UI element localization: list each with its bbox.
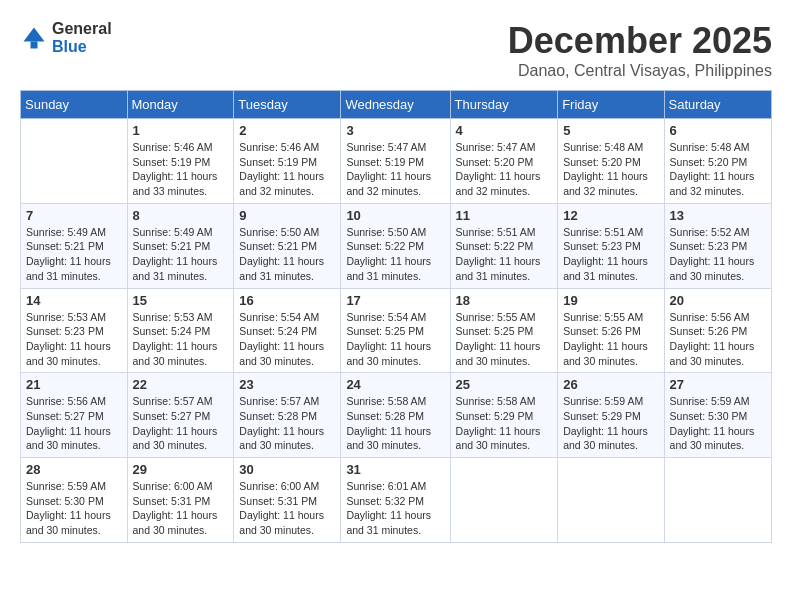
week-row-2: 7Sunrise: 5:49 AM Sunset: 5:21 PM Daylig… [21,203,772,288]
day-number: 6 [670,123,766,138]
day-info: Sunrise: 5:49 AM Sunset: 5:21 PM Dayligh… [26,225,122,284]
header-cell-wednesday: Wednesday [341,91,450,119]
day-cell: 30Sunrise: 6:00 AM Sunset: 5:31 PM Dayli… [234,458,341,543]
day-cell [558,458,664,543]
day-info: Sunrise: 5:57 AM Sunset: 5:27 PM Dayligh… [133,394,229,453]
day-number: 11 [456,208,553,223]
day-cell: 13Sunrise: 5:52 AM Sunset: 5:23 PM Dayli… [664,203,771,288]
day-number: 13 [670,208,766,223]
day-cell: 1Sunrise: 5:46 AM Sunset: 5:19 PM Daylig… [127,119,234,204]
day-number: 24 [346,377,444,392]
day-cell: 24Sunrise: 5:58 AM Sunset: 5:28 PM Dayli… [341,373,450,458]
day-number: 29 [133,462,229,477]
week-row-4: 21Sunrise: 5:56 AM Sunset: 5:27 PM Dayli… [21,373,772,458]
day-cell: 27Sunrise: 5:59 AM Sunset: 5:30 PM Dayli… [664,373,771,458]
day-info: Sunrise: 5:55 AM Sunset: 5:25 PM Dayligh… [456,310,553,369]
day-info: Sunrise: 6:00 AM Sunset: 5:31 PM Dayligh… [239,479,335,538]
day-number: 14 [26,293,122,308]
day-number: 17 [346,293,444,308]
logo: General Blue [20,20,112,55]
day-cell: 20Sunrise: 5:56 AM Sunset: 5:26 PM Dayli… [664,288,771,373]
day-cell: 2Sunrise: 5:46 AM Sunset: 5:19 PM Daylig… [234,119,341,204]
day-number: 8 [133,208,229,223]
day-number: 22 [133,377,229,392]
calendar-body: 1Sunrise: 5:46 AM Sunset: 5:19 PM Daylig… [21,119,772,543]
day-info: Sunrise: 5:59 AM Sunset: 5:30 PM Dayligh… [26,479,122,538]
day-info: Sunrise: 5:46 AM Sunset: 5:19 PM Dayligh… [239,140,335,199]
day-number: 2 [239,123,335,138]
day-number: 20 [670,293,766,308]
day-info: Sunrise: 5:49 AM Sunset: 5:21 PM Dayligh… [133,225,229,284]
day-number: 3 [346,123,444,138]
day-number: 1 [133,123,229,138]
svg-marker-0 [24,27,45,41]
day-cell [21,119,128,204]
logo-blue: Blue [52,38,112,56]
subtitle: Danao, Central Visayas, Philippines [508,62,772,80]
day-cell: 10Sunrise: 5:50 AM Sunset: 5:22 PM Dayli… [341,203,450,288]
header-cell-sunday: Sunday [21,91,128,119]
day-info: Sunrise: 5:52 AM Sunset: 5:23 PM Dayligh… [670,225,766,284]
day-number: 27 [670,377,766,392]
day-info: Sunrise: 5:59 AM Sunset: 5:29 PM Dayligh… [563,394,658,453]
day-number: 7 [26,208,122,223]
day-number: 4 [456,123,553,138]
logo-text: General Blue [52,20,112,55]
svg-rect-1 [31,41,38,48]
day-cell: 18Sunrise: 5:55 AM Sunset: 5:25 PM Dayli… [450,288,558,373]
day-info: Sunrise: 5:50 AM Sunset: 5:22 PM Dayligh… [346,225,444,284]
day-cell: 21Sunrise: 5:56 AM Sunset: 5:27 PM Dayli… [21,373,128,458]
day-cell: 7Sunrise: 5:49 AM Sunset: 5:21 PM Daylig… [21,203,128,288]
day-cell: 5Sunrise: 5:48 AM Sunset: 5:20 PM Daylig… [558,119,664,204]
day-info: Sunrise: 6:01 AM Sunset: 5:32 PM Dayligh… [346,479,444,538]
day-info: Sunrise: 5:51 AM Sunset: 5:23 PM Dayligh… [563,225,658,284]
day-number: 12 [563,208,658,223]
day-cell: 23Sunrise: 5:57 AM Sunset: 5:28 PM Dayli… [234,373,341,458]
day-info: Sunrise: 6:00 AM Sunset: 5:31 PM Dayligh… [133,479,229,538]
day-info: Sunrise: 5:57 AM Sunset: 5:28 PM Dayligh… [239,394,335,453]
day-info: Sunrise: 5:48 AM Sunset: 5:20 PM Dayligh… [670,140,766,199]
day-cell: 11Sunrise: 5:51 AM Sunset: 5:22 PM Dayli… [450,203,558,288]
week-row-3: 14Sunrise: 5:53 AM Sunset: 5:23 PM Dayli… [21,288,772,373]
day-cell: 28Sunrise: 5:59 AM Sunset: 5:30 PM Dayli… [21,458,128,543]
day-cell: 26Sunrise: 5:59 AM Sunset: 5:29 PM Dayli… [558,373,664,458]
day-number: 21 [26,377,122,392]
title-section: December 2025 Danao, Central Visayas, Ph… [508,20,772,80]
day-cell: 31Sunrise: 6:01 AM Sunset: 5:32 PM Dayli… [341,458,450,543]
day-cell: 8Sunrise: 5:49 AM Sunset: 5:21 PM Daylig… [127,203,234,288]
day-info: Sunrise: 5:54 AM Sunset: 5:24 PM Dayligh… [239,310,335,369]
day-number: 25 [456,377,553,392]
day-info: Sunrise: 5:55 AM Sunset: 5:26 PM Dayligh… [563,310,658,369]
header-row: SundayMondayTuesdayWednesdayThursdayFrid… [21,91,772,119]
day-number: 28 [26,462,122,477]
day-info: Sunrise: 5:51 AM Sunset: 5:22 PM Dayligh… [456,225,553,284]
day-info: Sunrise: 5:56 AM Sunset: 5:27 PM Dayligh… [26,394,122,453]
day-number: 15 [133,293,229,308]
header-cell-saturday: Saturday [664,91,771,119]
day-info: Sunrise: 5:54 AM Sunset: 5:25 PM Dayligh… [346,310,444,369]
day-info: Sunrise: 5:53 AM Sunset: 5:24 PM Dayligh… [133,310,229,369]
day-info: Sunrise: 5:58 AM Sunset: 5:29 PM Dayligh… [456,394,553,453]
header-cell-tuesday: Tuesday [234,91,341,119]
main-title: December 2025 [508,20,772,62]
day-info: Sunrise: 5:53 AM Sunset: 5:23 PM Dayligh… [26,310,122,369]
day-number: 31 [346,462,444,477]
page-header: General Blue December 2025 Danao, Centra… [20,20,772,80]
day-number: 18 [456,293,553,308]
header-cell-thursday: Thursday [450,91,558,119]
day-info: Sunrise: 5:48 AM Sunset: 5:20 PM Dayligh… [563,140,658,199]
day-info: Sunrise: 5:47 AM Sunset: 5:19 PM Dayligh… [346,140,444,199]
day-number: 26 [563,377,658,392]
day-number: 10 [346,208,444,223]
day-cell: 9Sunrise: 5:50 AM Sunset: 5:21 PM Daylig… [234,203,341,288]
day-cell: 12Sunrise: 5:51 AM Sunset: 5:23 PM Dayli… [558,203,664,288]
day-cell: 25Sunrise: 5:58 AM Sunset: 5:29 PM Dayli… [450,373,558,458]
day-info: Sunrise: 5:47 AM Sunset: 5:20 PM Dayligh… [456,140,553,199]
logo-icon [20,24,48,52]
day-cell: 19Sunrise: 5:55 AM Sunset: 5:26 PM Dayli… [558,288,664,373]
day-number: 19 [563,293,658,308]
day-cell: 3Sunrise: 5:47 AM Sunset: 5:19 PM Daylig… [341,119,450,204]
day-cell: 4Sunrise: 5:47 AM Sunset: 5:20 PM Daylig… [450,119,558,204]
header-cell-friday: Friday [558,91,664,119]
header-cell-monday: Monday [127,91,234,119]
